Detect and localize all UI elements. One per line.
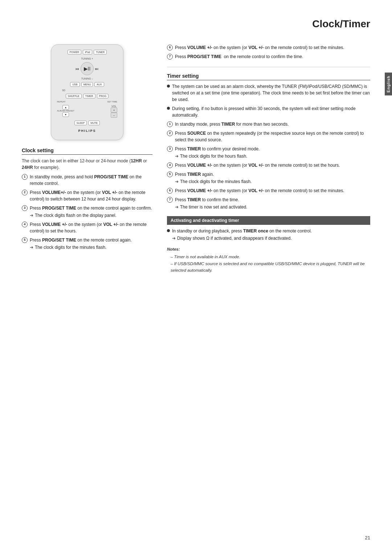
step-4-content: Press VOLUME +/- on the system (or VOL +… xyxy=(30,221,152,234)
vol-plus-button[interactable]: + xyxy=(111,108,117,113)
shuffle-timer-prog-row: SHUFFLE TIMER PROG xyxy=(66,94,109,98)
timer-step-7-content: Press TIMER to confirm the time. ➜ The t… xyxy=(175,197,370,210)
bullet-1 xyxy=(167,85,170,88)
tuning-plus-label: TUNING + xyxy=(81,57,93,60)
play-pause-button[interactable]: ▶II xyxy=(81,62,94,75)
album-up-button[interactable]: ▲ xyxy=(62,105,69,110)
timer-step-num-2: 2 xyxy=(167,130,173,136)
timer-step-5-content: Press TIMER again. ➜ The clock digits fo… xyxy=(175,171,370,185)
tuner-button[interactable]: TUNER xyxy=(94,50,107,54)
bullet-2 xyxy=(167,107,170,110)
page-number: 21 xyxy=(365,535,370,540)
album-preset-group: ▲ ALBUM/ PRESET ▼ xyxy=(57,105,74,117)
step-num-2: 2 xyxy=(22,190,28,195)
tuning-minus-label: TUNING – xyxy=(81,77,93,80)
activating-result: ➜ Display shows Ω if activated, and disa… xyxy=(172,235,370,242)
menu-button[interactable]: MENU xyxy=(81,82,93,87)
arrow-3: ➜ xyxy=(30,212,33,219)
timer-step-3-content: Press TIMER to confirm your desired mode… xyxy=(175,146,370,159)
timer-setting-title: Timer setting xyxy=(167,73,370,80)
timer-step-6: 6 Press VOLUME +/- on the system (or VOL… xyxy=(167,187,370,194)
timer-step-num-6: 6 xyxy=(167,188,173,194)
philips-logo: PHILIPS xyxy=(78,129,96,133)
notes-item-1: – Timer is not available in AUX mode. xyxy=(167,254,370,260)
clock-step-6: 6 Press VOLUME +/- on the system (or VOL… xyxy=(167,44,370,51)
clock-steps-list: 1 In standby mode, press and hold PROG/S… xyxy=(22,174,152,251)
timer-bullet-1: The system can be used as an alarm clock… xyxy=(167,83,370,103)
timer-step-4-content: Press VOLUME +/- on the system (or VOL +… xyxy=(175,162,370,169)
repeat-settime-labels: REPEAT SET TIME xyxy=(56,101,119,103)
step-num-6: 6 xyxy=(167,45,173,50)
timer-setting-section: Timer setting The system can be used as … xyxy=(167,73,370,274)
notes-item-2: – If USB/SD/MMC source is selected and n… xyxy=(167,260,370,274)
set-time-label: SET TIME xyxy=(107,101,117,103)
clock-step-5: 5 Press PROG/SET TIME on the remote cont… xyxy=(22,237,152,251)
notes-title: Notes: xyxy=(167,246,370,252)
activating-step-1-content: In standby or during playback, press TIM… xyxy=(172,228,370,242)
remote-control: POWER iPod TUNER TUNING + ⏮ ▶II ⏭ TUNING… xyxy=(51,44,123,140)
timer-step-num-3: 3 xyxy=(167,146,173,152)
notes-section: Notes: – Timer is not available in AUX m… xyxy=(167,246,370,274)
clock-steps-upper: 6 Press VOLUME +/- on the system (or VOL… xyxy=(167,44,370,67)
timer-step-6-content: Press VOLUME +/- on the system (or VOL +… xyxy=(175,187,370,194)
timer-step-7: 7 Press TIMER to confirm the time. ➜ The… xyxy=(167,197,370,210)
step-3-content: Press PROG/SET TIME on the remote contro… xyxy=(30,205,152,219)
prog-button[interactable]: PROG xyxy=(97,94,109,98)
timer-step-num-5: 5 xyxy=(167,171,173,177)
remote-illustration: POWER iPod TUNER TUNING + ⏮ ▶II ⏭ TUNING… xyxy=(22,44,152,140)
timer-bullet-2-text: During setting, if no button is pressed … xyxy=(172,105,370,118)
step-1-content: In standby mode, press and hold PROG/SET… xyxy=(30,174,152,187)
timer-bullet-2: During setting, if no button is pressed … xyxy=(167,105,370,118)
timer-step-7-result: ➜ The timer is now set and activated. xyxy=(175,204,370,210)
aux-button[interactable]: AUX xyxy=(94,82,104,87)
timer-step-num-1: 1 xyxy=(167,121,173,127)
clock-right-steps: 6 Press VOLUME +/- on the system (or VOL… xyxy=(167,44,370,60)
step-6-content: Press VOLUME +/- on the system (or VOL +… xyxy=(175,44,370,51)
album-preset-label: ALBUM/ PRESET xyxy=(57,110,74,112)
clock-setting-intro: The clock can be set in either 12-hour o… xyxy=(22,158,152,171)
album-down-button[interactable]: ▼ xyxy=(62,112,69,117)
next-button[interactable]: ⏭ xyxy=(95,67,99,71)
timer-step-5-result-text: The clock digits for the minutes flash. xyxy=(180,178,252,185)
step-num-1: 1 xyxy=(22,174,28,180)
vol-label: VOL xyxy=(111,105,117,108)
activating-timer-box: Activating and deactivating timer xyxy=(167,216,370,225)
step-5-result: ➜ The clock digits for the minutes flash… xyxy=(30,244,152,251)
step-num-5: 5 xyxy=(22,237,28,243)
timer-bullet-list: The system can be used as an alarm clock… xyxy=(167,83,370,118)
mute-button[interactable]: MUTE xyxy=(88,121,100,125)
usb-button[interactable]: USB xyxy=(70,82,79,87)
timer-button[interactable]: TIMER xyxy=(83,94,95,98)
vol-group: VOL + – xyxy=(111,105,117,118)
sleep-button[interactable]: SLEEP xyxy=(74,121,87,125)
sleep-mute-row: SLEEP MUTE xyxy=(74,121,100,125)
clock-step-7: 7 Press PROG/SET TIME on the remote cont… xyxy=(167,53,370,60)
timer-step-5: 5 Press TIMER again. ➜ The clock digits … xyxy=(167,171,370,185)
prev-button[interactable]: ⏮ xyxy=(75,67,79,71)
activating-bullet xyxy=(167,229,170,232)
vol-minus-button[interactable]: – xyxy=(111,113,117,118)
arrow-5: ➜ xyxy=(30,244,33,251)
timer-step-3-result: ➜ The clock digits for the hours flash. xyxy=(175,153,370,159)
timer-steps-list: 1 In standby mode, press TIMER for more … xyxy=(167,121,370,210)
clock-step-4: 4 Press VOLUME +/- on the system (or VOL… xyxy=(22,221,152,234)
clock-setting-title: Clock setting xyxy=(22,147,152,155)
remote-middle-buttons: USB MENU AUX xyxy=(70,82,104,87)
step-num-4: 4 xyxy=(22,222,28,227)
step-2-content: Press VOLUME+/- on the system (or VOL +/… xyxy=(30,189,152,202)
shuffle-button[interactable]: SHUFFLE xyxy=(66,94,82,98)
timer-step-2-content: Press SOURCE on the system repeatedly (o… xyxy=(175,130,370,143)
activating-steps-list: In standby or during playback, press TIM… xyxy=(167,228,370,242)
timer-arrow-5: ➜ xyxy=(175,178,179,185)
power-button[interactable]: POWER xyxy=(68,50,81,54)
step-5-content: Press PROG/SET TIME on the remote contro… xyxy=(30,237,152,251)
timer-bullet-1-text: The system can be used as an alarm clock… xyxy=(172,83,370,103)
album-vol-row: ▲ ALBUM/ PRESET ▼ VOL + – xyxy=(56,105,119,118)
timer-step-5-result: ➜ The clock digits for the minutes flash… xyxy=(175,178,370,185)
timer-step-num-7: 7 xyxy=(167,197,173,203)
right-column: 6 Press VOLUME +/- on the system (or VOL… xyxy=(163,37,370,274)
timer-step-num-4: 4 xyxy=(167,162,173,168)
activating-step-1: In standby or during playback, press TIM… xyxy=(167,228,370,242)
timer-step-2: 2 Press SOURCE on the system repeatedly … xyxy=(167,130,370,143)
ipod-button[interactable]: iPod xyxy=(83,50,92,54)
